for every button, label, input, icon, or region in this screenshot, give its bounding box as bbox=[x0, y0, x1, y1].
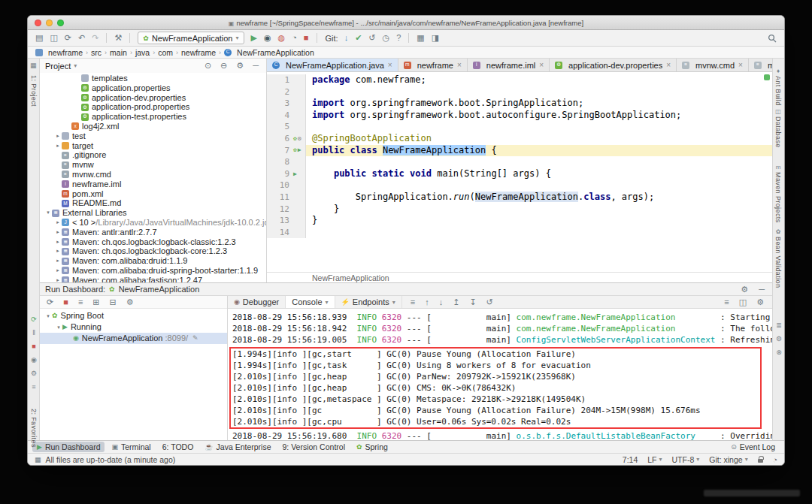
expand-all-icon[interactable]: ⊞ bbox=[90, 298, 102, 306]
stop-icon[interactable]: ■ bbox=[301, 34, 311, 42]
tree-item[interactable]: ≡.gitignore bbox=[40, 150, 266, 160]
close-icon[interactable]: × bbox=[457, 61, 462, 69]
bean-icon[interactable]: ✿ bbox=[293, 136, 297, 142]
tool-window-terminal[interactable]: ▣Terminal bbox=[107, 442, 155, 452]
editor-tab[interactable]: mnewframe× bbox=[398, 59, 468, 71]
zoom-window-button[interactable] bbox=[57, 20, 64, 26]
file-encoding[interactable]: UTF-8▾ bbox=[672, 455, 700, 464]
tool-window-spring[interactable]: ✿Spring bbox=[352, 442, 392, 452]
code-line[interactable]: 10 bbox=[267, 180, 772, 192]
close-window-button[interactable] bbox=[35, 20, 41, 26]
settings-icon[interactable]: ⚙ bbox=[31, 370, 37, 377]
code-line[interactable]: 3import org.springframework.boot.SpringA… bbox=[267, 98, 772, 110]
tab-debugger[interactable]: ◉Debugger bbox=[228, 296, 286, 308]
tool-window-todo[interactable]: 6: TODO bbox=[158, 442, 198, 452]
help-icon[interactable]: ? bbox=[394, 34, 403, 42]
chevron-down-icon[interactable]: ▾ bbox=[74, 62, 77, 69]
collapse-all-icon[interactable]: ⊟ bbox=[108, 298, 119, 306]
expand-arrow-icon[interactable]: ▾ bbox=[55, 321, 62, 333]
expand-arrow-icon[interactable]: ▸ bbox=[54, 218, 62, 228]
clear-console-icon[interactable]: ⊗ bbox=[776, 349, 782, 356]
dashboard-tree-item[interactable]: ◉NewFrameApplication :8099/✎ bbox=[40, 333, 227, 344]
settings-icon[interactable]: ⚙ bbox=[234, 62, 246, 70]
code-area[interactable]: 1package com.newframe;23import org.sprin… bbox=[267, 72, 772, 272]
tool-window-run-dashboard[interactable]: ▶Run Dashboard bbox=[32, 442, 105, 452]
tree-item[interactable]: MREADME.md bbox=[40, 198, 266, 208]
expand-arrow-icon[interactable]: ▸ bbox=[54, 228, 62, 237]
filter-icon[interactable]: ≡ bbox=[76, 298, 85, 306]
tool-window-button-project[interactable]: 1: Project bbox=[30, 75, 38, 107]
expand-arrow-icon[interactable]: ▸ bbox=[54, 256, 62, 266]
caret-position[interactable]: 7:14 bbox=[623, 455, 638, 464]
scroll-to-end-icon[interactable]: ↧ bbox=[467, 298, 478, 306]
expand-arrow-icon[interactable]: ▸ bbox=[54, 141, 62, 151]
code-line[interactable]: 11 SpringApplication.run(NewFrameApplica… bbox=[267, 192, 772, 204]
sync-icon[interactable]: ⟳ bbox=[62, 34, 74, 42]
tool-window-database[interactable]: ◫Database bbox=[774, 108, 782, 148]
close-icon[interactable]: × bbox=[666, 61, 671, 69]
tree-item[interactable]: inewframe.iml bbox=[40, 180, 266, 189]
breadcrumb-item[interactable]: CNewFrameApplication bbox=[223, 48, 315, 57]
breadcrumb-item[interactable]: newframe bbox=[35, 48, 83, 57]
up-icon[interactable]: ↑ bbox=[423, 298, 432, 306]
expand-arrow-icon[interactable]: ▸ bbox=[54, 266, 62, 276]
close-icon[interactable]: × bbox=[539, 61, 544, 69]
memory-indicator-icon[interactable]: ◔ bbox=[773, 455, 777, 464]
tree-item[interactable]: ▾≣External Libraries bbox=[40, 208, 266, 218]
console-settings-icon[interactable]: ⚙ bbox=[754, 298, 766, 306]
edit-configuration-icon[interactable]: ✎ bbox=[192, 333, 198, 344]
search-everywhere-icon[interactable] bbox=[765, 34, 779, 43]
tree-item[interactable]: templates bbox=[40, 74, 266, 83]
redo-icon[interactable]: ↷ bbox=[89, 34, 101, 42]
code-line[interactable]: 1package com.newframe; bbox=[267, 74, 772, 86]
minimize-window-button[interactable] bbox=[46, 20, 53, 26]
down-icon[interactable]: ↓ bbox=[437, 298, 446, 306]
expand-arrow-icon[interactable]: ▾ bbox=[44, 310, 52, 321]
stop-icon[interactable]: ■ bbox=[32, 343, 35, 350]
breadcrumb-item[interactable]: src bbox=[90, 48, 102, 57]
dashboard-tree-item[interactable]: ▾▶Running bbox=[40, 321, 227, 333]
editor-tab[interactable]: ≡mvnw× bbox=[749, 59, 772, 71]
tool-window-ant-build[interactable]: ♦Ant Build bbox=[774, 68, 782, 106]
code-line[interactable]: 13} bbox=[267, 215, 772, 227]
tree-item[interactable]: ▸J< 10 > /Library/Java/JavaVirtualMachin… bbox=[40, 218, 266, 228]
history-icon[interactable]: ◷ bbox=[380, 34, 392, 42]
filter-icon[interactable]: ≡ bbox=[32, 383, 35, 391]
tree-item[interactable]: ⚙application-dev.properties bbox=[40, 93, 266, 103]
tool-window-button-favorites[interactable]: 2: Favorites bbox=[30, 409, 38, 448]
code-line[interactable]: 14 bbox=[267, 227, 772, 239]
collapse-all-icon[interactable]: ⊖ bbox=[218, 62, 229, 70]
gutter-settings-icon[interactable]: ⚙ bbox=[298, 136, 301, 142]
save-all-icon[interactable]: ◫ bbox=[47, 34, 59, 42]
breadcrumb-item[interactable]: com bbox=[157, 48, 174, 57]
tree-item[interactable]: mpom.xml bbox=[40, 189, 266, 199]
screenshot-icon[interactable]: ◉ bbox=[31, 356, 37, 364]
update-project-icon[interactable]: ↓ bbox=[342, 34, 351, 42]
hide-icon[interactable]: ─ bbox=[756, 285, 767, 294]
console-settings-icon[interactable]: ⚙ bbox=[776, 335, 782, 343]
console-output[interactable]: 2018-08-29 15:56:18.939 INFO 6320 --- [ … bbox=[228, 309, 772, 440]
tool-window-bean-validation[interactable]: ✿Bean Validation bbox=[774, 228, 782, 288]
clear-all-icon[interactable]: ↺ bbox=[484, 298, 495, 306]
tree-item[interactable]: ▸≣Maven: antlr:antlr:2.7.7 bbox=[40, 228, 266, 237]
code-line[interactable]: 7✿▶public class NewFrameApplication { bbox=[267, 145, 772, 157]
split-icon[interactable]: ◫ bbox=[737, 298, 749, 306]
tree-item[interactable]: ≡mvnw bbox=[40, 160, 266, 170]
rerun-icon[interactable]: ⟳ bbox=[31, 315, 37, 323]
pause-output-icon[interactable]: ‖ bbox=[32, 329, 35, 337]
editor-tab[interactable]: ⚙application-dev.properties× bbox=[550, 59, 677, 71]
code-line[interactable]: 12 } bbox=[267, 204, 772, 216]
stop-icon[interactable]: ■ bbox=[61, 298, 71, 306]
tree-item[interactable]: ▸≣Maven: com.alibaba:fastjson:1.2.47 bbox=[40, 276, 266, 282]
code-line[interactable]: 5 bbox=[267, 121, 772, 133]
editor-tab[interactable]: inewframe.iml× bbox=[468, 59, 550, 71]
menu-icon[interactable]: ≡ bbox=[722, 298, 731, 306]
filter-icon[interactable]: ≡ bbox=[408, 298, 417, 306]
tab-console[interactable]: Console▾ bbox=[286, 296, 335, 308]
tool-window-layout-icon[interactable]: ▦ bbox=[414, 34, 426, 42]
breadcrumb-item[interactable]: newframe bbox=[180, 48, 217, 57]
tree-item[interactable]: ⚙application-prod.properties bbox=[40, 102, 266, 112]
status-grid-icon[interactable]: ▦ bbox=[35, 456, 41, 463]
tool-strip-grid-icon[interactable]: ▦ bbox=[30, 62, 37, 69]
scroll-to-top-icon[interactable]: ↥ bbox=[450, 298, 462, 306]
